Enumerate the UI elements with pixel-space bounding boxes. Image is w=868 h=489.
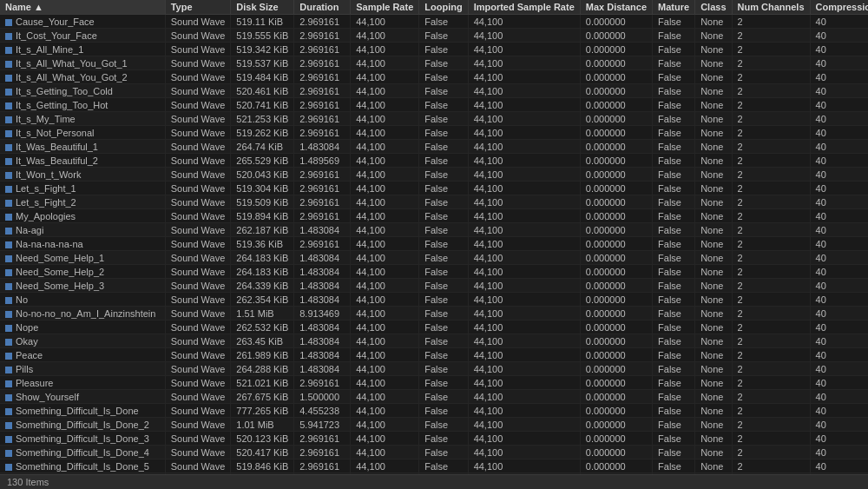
file-name-cell: It_s_All_Mine_1 [0,43,165,56]
cell-samplerate: 44,100 [351,348,419,362]
cell-samplerate: 44,100 [351,432,419,446]
cell-mature: False [653,209,695,223]
cell-looping: False [419,209,468,223]
cell-maxdist: 0.000000 [580,182,652,195]
cell-looping: False [419,362,468,376]
cell-mature: False [653,334,695,348]
table-row[interactable]: NoSound Wave262.354 KiB1.48308444,100Fal… [0,293,868,307]
table-row[interactable]: Cause_Your_FaceSound Wave519.11 KiB2.969… [0,15,868,29]
cell-duration: 4.455238 [294,404,351,418]
table-row[interactable]: Let_s_Fight_2Sound Wave519.509 KiB2.9691… [0,195,868,209]
file-icon [5,325,12,332]
cell-disksize: 264.288 KiB [231,362,294,376]
cell-compression: 40 [810,362,868,376]
table-row[interactable]: It_Won_t_WorkSound Wave520.043 KiB2.9691… [0,168,868,182]
cell-type: Sound Wave [165,362,231,376]
table-row[interactable]: It_s_All_What_You_Got_1Sound Wave519.537… [0,56,868,70]
cell-mature: False [653,279,695,293]
table-row[interactable]: It_s_All_What_You_Got_2Sound Wave519.484… [0,70,868,84]
cell-type: Sound Wave [165,307,231,320]
table-header-row: Name ▲ Type Disk Size Duration Sample Ra… [0,0,868,15]
cell-compression: 40 [810,376,868,390]
table-row[interactable]: It_s_Getting_Too_HotSound Wave520.741 Ki… [0,98,868,112]
cell-class: None [695,182,732,195]
table-row[interactable]: Something_Difficult_Is_Done_5Sound Wave5… [0,459,868,473]
table-row[interactable]: OkaySound Wave263.45 KiB1.48308444,100Fa… [0,334,868,348]
file-table-container[interactable]: Name ▲ Type Disk Size Duration Sample Ra… [0,0,868,489]
file-icon [5,269,12,276]
cell-looping: False [419,348,468,362]
table-row[interactable]: Something_Difficult_Is_DoneSound Wave777… [0,404,868,418]
file-name-cell: It_Cost_Your_Face [0,29,165,43]
table-row[interactable]: Show_YourselfSound Wave267.675 KiB1.5000… [0,390,868,404]
file-name-cell: Cause_Your_Face [0,15,165,29]
table-row[interactable]: PeaceSound Wave261.989 KiB1.48308444,100… [0,348,868,362]
col-header-duration[interactable]: Duration [294,0,351,15]
cell-imported: 44,100 [468,29,580,43]
col-header-type[interactable]: Type [165,0,231,15]
table-row[interactable]: NopeSound Wave262.532 KiB1.48308444,100F… [0,320,868,334]
file-icon [5,450,12,457]
table-row[interactable]: It_Was_Beautiful_1Sound Wave264.74 KiB1.… [0,140,868,154]
cell-disksize: 520.741 KiB [231,98,294,112]
cell-samplerate: 44,100 [351,362,419,376]
table-row[interactable]: PillsSound Wave264.288 KiB1.48308444,100… [0,362,868,376]
cell-mature: False [653,112,695,126]
cell-numchannels: 2 [732,15,810,29]
cell-type: Sound Wave [165,390,231,404]
file-name-cell: Need_Some_Help_1 [0,251,165,265]
col-header-samplerate[interactable]: Sample Rate [351,0,419,15]
table-row[interactable]: Something_Difficult_Is_Done_3Sound Wave5… [0,432,868,446]
table-row[interactable]: It_s_Not_PersonalSound Wave519.262 KiB2.… [0,126,868,140]
cell-compression: 40 [810,404,868,418]
col-header-maxdist[interactable]: Max Distance [580,0,652,15]
col-header-compression[interactable]: Compression [810,0,868,15]
col-header-looping[interactable]: Looping [419,0,468,15]
col-header-name[interactable]: Name ▲ [0,0,165,15]
cell-duration: 2.969161 [294,237,351,251]
cell-imported: 44,100 [468,209,580,223]
cell-type: Sound Wave [165,265,231,279]
table-row[interactable]: It_Was_Beautiful_2Sound Wave265.529 KiB1… [0,154,868,168]
table-row[interactable]: Na-agiSound Wave262.187 KiB1.48308444,10… [0,223,868,237]
table-row[interactable]: It_s_All_Mine_1Sound Wave519.342 KiB2.96… [0,43,868,56]
table-row[interactable]: Let_s_Fight_1Sound Wave519.304 KiB2.9691… [0,182,868,195]
cell-maxdist: 0.000000 [580,279,652,293]
cell-numchannels: 2 [732,432,810,446]
table-row[interactable]: It_s_Getting_Too_ColdSound Wave520.461 K… [0,84,868,98]
cell-duration: 2.969161 [294,43,351,56]
cell-class: None [695,168,732,182]
cell-samplerate: 44,100 [351,418,419,432]
cell-looping: False [419,43,468,56]
table-row[interactable]: It_Cost_Your_FaceSound Wave519.555 KiB2.… [0,29,868,43]
table-row[interactable]: Na-na-na-na-naSound Wave519.36 KiB2.9691… [0,237,868,251]
table-row[interactable]: Something_Difficult_Is_Done_4Sound Wave5… [0,446,868,459]
cell-mature: False [653,29,695,43]
col-header-disksize[interactable]: Disk Size [231,0,294,15]
table-row[interactable]: Need_Some_Help_3Sound Wave264.339 KiB1.4… [0,279,868,293]
table-row[interactable]: Need_Some_Help_1Sound Wave264.183 KiB1.4… [0,251,868,265]
table-row[interactable]: My_ApologiesSound Wave519.894 KiB2.96916… [0,209,868,223]
col-header-numchannels[interactable]: Num Channels [732,0,810,15]
cell-disksize: 519.894 KiB [231,209,294,223]
col-header-imported[interactable]: Imported Sample Rate [468,0,580,15]
cell-disksize: 520.461 KiB [231,84,294,98]
cell-duration: 1.483084 [294,223,351,237]
cell-compression: 40 [810,98,868,112]
table-row[interactable]: Need_Some_Help_2Sound Wave264.183 KiB1.4… [0,265,868,279]
table-row[interactable]: It_s_My_TimeSound Wave521.253 KiB2.96916… [0,112,868,126]
cell-duration: 2.969161 [294,182,351,195]
cell-numchannels: 2 [732,320,810,334]
col-header-mature[interactable]: Mature [653,0,695,15]
cell-looping: False [419,84,468,98]
cell-class: None [695,265,732,279]
cell-duration: 1.483084 [294,362,351,376]
table-row[interactable]: No-no-no_no_Am_I_AinzinshteinSound Wave1… [0,307,868,320]
table-row[interactable]: PleasureSound Wave521.021 KiB2.96916144,… [0,376,868,390]
col-header-class[interactable]: Class [695,0,732,15]
cell-duration: 8.913469 [294,307,351,320]
table-row[interactable]: Something_Difficult_Is_Done_2Sound Wave1… [0,418,868,432]
cell-compression: 40 [810,334,868,348]
cell-compression: 40 [810,265,868,279]
cell-duration: 1.483084 [294,140,351,154]
